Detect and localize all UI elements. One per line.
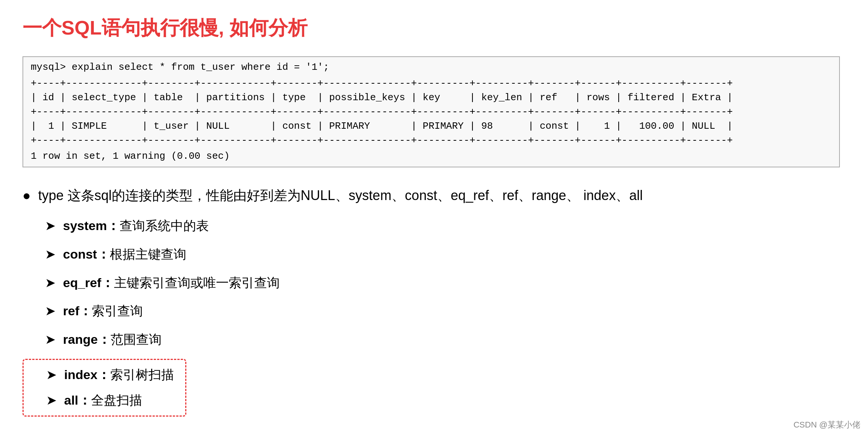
code-footer-line: 1 row in set, 1 warning (0.00 sec) (23, 146, 839, 167)
bullet-main-item: ● type 这条sql的连接的类型，性能由好到差为NULL、system、co… (22, 186, 846, 205)
page-title: 一个SQL语句执行很慢, 如何分析 (22, 15, 846, 41)
list-item-3: ➤ ref：索引查询 (22, 302, 846, 320)
highlighted-arrow-text: index：索引树扫描 (64, 366, 174, 384)
code-block: mysql> explain select * from t_user wher… (22, 56, 840, 167)
list-item-0: ➤ system：查询系统中的表 (22, 217, 846, 235)
arrow-text: const：根据主键查询 (63, 245, 186, 263)
highlighted-arrow-text: all：全盘扫描 (64, 391, 142, 409)
arrow-text: ref：索引查询 (63, 302, 143, 320)
bullet-dot: ● (22, 186, 31, 205)
highlighted-box: ➤ index：索引树扫描 ➤ all：全盘扫描 (22, 359, 186, 416)
arrow-text: eq_ref：主键索引查询或唯一索引查询 (63, 274, 280, 292)
list-items: ➤ system：查询系统中的表 ➤ const：根据主键查询 ➤ eq_ref… (22, 217, 846, 348)
arrow-text: range：范围查询 (63, 331, 162, 349)
arrow-symbol: ➤ (45, 245, 55, 263)
bullet-section: ● type 这条sql的连接的类型，性能由好到差为NULL、system、co… (22, 186, 846, 205)
table-border-mid: +----+-------------+--------+-----------… (23, 106, 839, 117)
table-border-top: +----+-------------+--------+-----------… (23, 78, 839, 89)
list-item-2: ➤ eq_ref：主键索引查询或唯一索引查询 (22, 274, 846, 292)
highlighted-item-0: ➤ index：索引树扫描 (46, 366, 174, 384)
arrow-symbol: ➤ (45, 217, 55, 235)
arrow-symbol: ➤ (45, 302, 55, 320)
list-item-1: ➤ const：根据主键查询 (22, 245, 846, 263)
highlighted-items-container: ➤ index：索引树扫描 ➤ all：全盘扫描 (46, 366, 174, 409)
table-data-line: | 1 | SIMPLE | t_user | NULL | const | P… (23, 117, 839, 135)
highlighted-item-1: ➤ all：全盘扫描 (46, 391, 174, 409)
code-command-line: mysql> explain select * from t_user wher… (23, 57, 839, 78)
table-header-line: | id | select_type | table | partitions … (23, 89, 839, 106)
arrow-symbol-highlighted: ➤ (46, 366, 57, 384)
watermark: CSDN @某某小佬 (793, 419, 861, 430)
table-border-bot: +----+-------------+--------+-----------… (23, 135, 839, 146)
list-item-4: ➤ range：范围查询 (22, 331, 846, 349)
arrow-symbol: ➤ (45, 274, 55, 292)
arrow-symbol-highlighted: ➤ (46, 391, 57, 409)
arrow-symbol: ➤ (45, 331, 55, 349)
arrow-text: system：查询系统中的表 (63, 217, 209, 235)
bullet-main-text: type 这条sql的连接的类型，性能由好到差为NULL、system、cons… (38, 186, 643, 205)
